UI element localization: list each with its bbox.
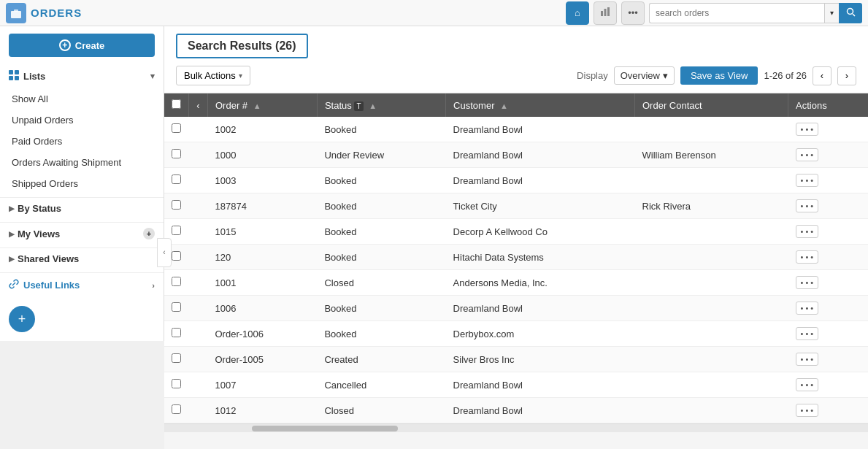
row-action-button[interactable]: • • • bbox=[796, 404, 819, 417]
select-all-checkbox[interactable] bbox=[172, 99, 181, 109]
content-area: Search Results (26) Bulk Actions ▾ Displ… bbox=[164, 26, 868, 449]
row-status: Closed bbox=[317, 398, 445, 423]
row-checkbox-cell[interactable] bbox=[164, 372, 189, 398]
row-action-button[interactable]: • • • bbox=[796, 123, 819, 136]
row-action-button[interactable]: • • • bbox=[796, 174, 819, 187]
sidebar-item-orders-awaiting-shipment[interactable]: Orders Awaiting Shipment bbox=[0, 152, 164, 173]
row-action-button[interactable]: • • • bbox=[796, 199, 819, 212]
row-actions: • • • bbox=[788, 117, 868, 142]
status-label: Status bbox=[325, 100, 352, 111]
svg-rect-4 bbox=[607, 7, 610, 16]
row-contact bbox=[635, 321, 788, 347]
row-checkbox-cell[interactable] bbox=[164, 117, 189, 142]
row-status: Booked bbox=[317, 168, 445, 193]
chart-button[interactable] bbox=[594, 1, 617, 25]
row-checkbox[interactable] bbox=[172, 149, 181, 158]
row-checkbox-cell[interactable] bbox=[164, 398, 189, 423]
sidebar-item-show-all[interactable]: Show All bbox=[0, 88, 164, 110]
search-input[interactable] bbox=[649, 3, 824, 23]
row-checkbox-cell[interactable] bbox=[164, 321, 189, 347]
row-checkbox-cell[interactable] bbox=[164, 270, 189, 296]
th-select-all[interactable] bbox=[164, 93, 189, 117]
row-action-button[interactable]: • • • bbox=[796, 353, 819, 366]
next-page-button[interactable]: › bbox=[837, 66, 856, 85]
th-order-contact[interactable]: Order Contact bbox=[635, 93, 788, 117]
app-icon bbox=[6, 3, 26, 23]
chevron-right-icon: › bbox=[845, 70, 848, 81]
row-spacer bbox=[189, 117, 208, 142]
row-order-number: 120 bbox=[208, 245, 318, 270]
row-checkbox[interactable] bbox=[172, 174, 181, 184]
row-actions: • • • bbox=[788, 347, 868, 372]
useful-links-section[interactable]: Useful Links › bbox=[0, 273, 164, 297]
row-checkbox[interactable] bbox=[172, 379, 181, 388]
chevron-down-icon: ▾ bbox=[830, 9, 834, 17]
row-checkbox[interactable] bbox=[172, 226, 181, 235]
search-button[interactable] bbox=[839, 3, 862, 23]
th-customer[interactable]: Customer ▲ bbox=[446, 93, 635, 117]
row-checkbox-cell[interactable] bbox=[164, 347, 189, 372]
by-status-expandable[interactable]: ▶ By Status bbox=[0, 198, 164, 219]
sidebar-item-paid-orders[interactable]: Paid Orders bbox=[0, 131, 164, 152]
row-order-number: 187874 bbox=[208, 193, 318, 219]
lists-section: Lists ▾ Show All Unpaid Orders Paid Orde… bbox=[0, 64, 164, 198]
row-checkbox-cell[interactable] bbox=[164, 296, 189, 321]
sidebar-collapse-button[interactable]: ‹ bbox=[157, 238, 172, 267]
main-layout: + Create Lists ▾ bbox=[0, 26, 868, 449]
row-customer: Dreamland Bowl bbox=[446, 398, 635, 423]
row-action-button[interactable]: • • • bbox=[796, 250, 819, 264]
th-status[interactable]: Status T ▲ bbox=[317, 93, 445, 117]
by-status-section: ▶ By Status bbox=[0, 198, 164, 223]
home-button[interactable]: ⌂ bbox=[566, 1, 589, 25]
row-action-button[interactable]: • • • bbox=[796, 378, 819, 391]
row-order-number: 1000 bbox=[208, 142, 318, 168]
row-checkbox[interactable] bbox=[172, 277, 181, 286]
row-checkbox-cell[interactable] bbox=[164, 142, 189, 168]
row-checkbox-cell[interactable] bbox=[164, 168, 189, 193]
row-action-button[interactable]: • • • bbox=[796, 302, 819, 315]
sidebar-item-unpaid-orders[interactable]: Unpaid Orders bbox=[0, 110, 164, 131]
row-checkbox[interactable] bbox=[172, 302, 181, 312]
create-button[interactable]: + Create bbox=[9, 34, 155, 57]
expand-arrow-icon: ▶ bbox=[9, 255, 15, 263]
row-action-button[interactable]: • • • bbox=[796, 276, 819, 289]
search-results-title: Search Results (26) bbox=[176, 34, 308, 58]
search-dropdown[interactable]: ▾ bbox=[824, 3, 839, 23]
chart-icon bbox=[600, 7, 610, 19]
row-checkbox[interactable] bbox=[172, 200, 181, 210]
row-checkbox-cell[interactable] bbox=[164, 193, 189, 219]
bulk-actions-label: Bulk Actions bbox=[184, 70, 236, 81]
prev-page-button[interactable]: ‹ bbox=[813, 66, 831, 85]
row-action-button[interactable]: • • • bbox=[796, 327, 819, 340]
row-checkbox[interactable] bbox=[172, 251, 181, 261]
row-order-number: 1001 bbox=[208, 270, 318, 296]
shared-views-expandable[interactable]: ▶ Shared Views bbox=[0, 248, 164, 269]
top-nav: ORDERS ⌂ ••• ▾ bbox=[0, 0, 868, 26]
sidebar-bottom-create-button[interactable]: + bbox=[9, 306, 35, 332]
my-views-expandable[interactable]: ▶ My Views + bbox=[0, 223, 164, 245]
lists-header[interactable]: Lists ▾ bbox=[0, 64, 164, 88]
row-checkbox[interactable] bbox=[172, 404, 181, 414]
save-view-button[interactable]: Save as View bbox=[680, 66, 758, 85]
sidebar-item-shipped-orders[interactable]: Shipped Orders bbox=[0, 173, 164, 194]
row-checkbox[interactable] bbox=[172, 123, 181, 133]
create-label: Create bbox=[75, 40, 104, 51]
row-status: Booked bbox=[317, 321, 445, 347]
row-checkbox[interactable] bbox=[172, 353, 181, 363]
row-action-button[interactable]: • • • bbox=[796, 148, 819, 161]
th-order-number[interactable]: Order # ▲ bbox=[208, 93, 318, 117]
row-actions: • • • bbox=[788, 245, 868, 270]
more-button[interactable]: ••• bbox=[621, 1, 645, 25]
display-select[interactable]: Overview ▾ bbox=[614, 66, 675, 85]
svg-rect-9 bbox=[9, 76, 13, 80]
row-order-number: 1012 bbox=[208, 398, 318, 423]
row-action-button[interactable]: • • • bbox=[796, 225, 819, 238]
add-view-icon[interactable]: + bbox=[143, 228, 155, 239]
svg-line-6 bbox=[853, 14, 855, 16]
bulk-actions-button[interactable]: Bulk Actions ▾ bbox=[176, 66, 250, 85]
row-customer: Dreamland Bowl bbox=[446, 168, 635, 193]
scroll-bar-thumb[interactable] bbox=[252, 426, 398, 431]
row-checkbox[interactable] bbox=[172, 328, 181, 337]
th-collapse[interactable]: ‹ bbox=[189, 93, 208, 117]
link-icon bbox=[9, 279, 19, 291]
